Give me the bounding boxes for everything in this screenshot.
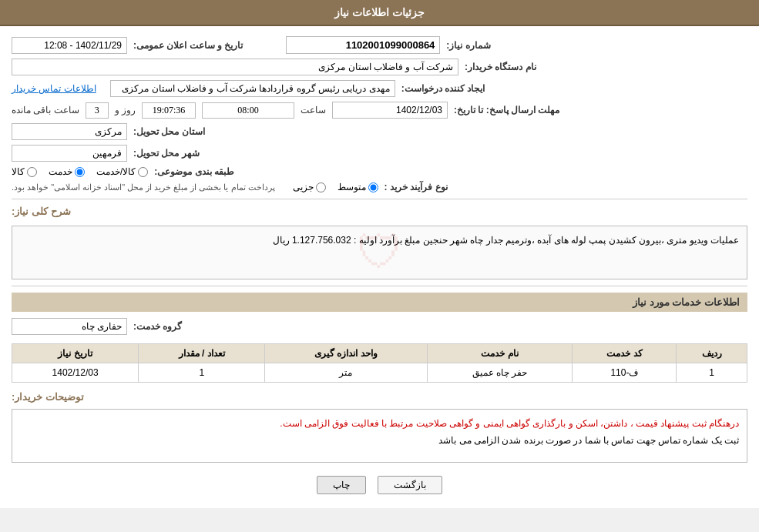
link-temasMashridar[interactable]: اطلاعات تماس خریدار (12, 83, 96, 94)
row-shomareNiaz: شماره نیاز: 1102001099000864 تاریخ و ساع… (12, 34, 747, 56)
label-tabebandi: طبقه بندی موضوعی: (154, 166, 234, 177)
label-tarikAelan: تاریخ و ساعت اعلان عمومی: (133, 40, 243, 51)
radio-tabebandi: کالا/خدمت خدمت کالا (12, 166, 148, 177)
value-namDastgah: شرکت آب و فاضلاب استان مرکزی (12, 59, 458, 75)
radio-label-kala-khadamat: کالا/خدمت (96, 166, 136, 177)
th-vahedAndaze: واحد اندازه گیری (265, 344, 427, 363)
label-ijadKonande: ایجاد کننده درخواست: (401, 83, 485, 94)
notes-text-red: درهنگام ثبت پیشنهاد قیمت ، داشتن، اسکن و… (280, 418, 739, 429)
label-saat: ساعت (301, 105, 326, 115)
radio-jozi: جزیی (293, 182, 326, 192)
radio-input-kala-khadamat[interactable] (138, 167, 148, 177)
row-namDastgah: نام دستگاه خریدار: شرکت آب و فاضلاب استا… (12, 56, 747, 78)
label-nowFarayand: نوع فرآیند خرید : (385, 182, 448, 192)
description-farayand: پرداخت تمام یا بخشی از مبلغ خرید از محل … (12, 182, 275, 192)
label-shahr: شهر محل تحویل: (133, 148, 200, 159)
label-roz: روز و (115, 105, 136, 115)
radio-label-khadamat: خدمت (49, 166, 72, 177)
value-shomareNiaz: 1102001099000864 (286, 36, 440, 54)
radio-kala-khadamat: کالا/خدمت (96, 166, 148, 177)
radio-input-motavasset[interactable] (368, 182, 378, 192)
notes-box: درهنگام ثبت پیشنهاد قیمت ، داشتن، اسکن و… (12, 409, 747, 463)
th-tedadMegdar: تعداد / مقدار (139, 344, 265, 363)
row-shahr: شهر محل تحویل: فرمهین (12, 142, 747, 164)
description-box-sharh: 🛡 عملیات ویدیو متری ،بیرون کشیدن پمپ لول… (12, 226, 747, 279)
radio-label-jozi: جزیی (293, 182, 314, 192)
countdown-time: 19:07:36 (142, 102, 196, 119)
label-sharhKolli: شرح کلی نیاز: (12, 206, 71, 217)
td-tarikNiaz: 1402/12/03 (12, 363, 139, 383)
th-radif: ردیف (677, 344, 747, 363)
divider-1 (12, 199, 747, 199)
row-gorohKhadamat: گروه خدمت: حفاری چاه (12, 316, 747, 337)
label-towzih: توضیحات خریدار: (12, 391, 84, 403)
td-kodKhadamat: ف-110 (573, 363, 677, 383)
value-mohlat-saat: 08:00 (202, 102, 294, 119)
radio-input-kala[interactable] (27, 167, 37, 177)
table-row: 1ف-110حفر چاه عمیقمتر11402/12/03 (12, 363, 747, 383)
th-tarikNiaz: تاریخ نیاز (12, 344, 139, 363)
radio-input-jozi[interactable] (316, 182, 326, 192)
radio-kala: کالا (12, 166, 37, 177)
khadamat-title-text: اطلاعات خدمات مورد نیاز (633, 296, 740, 308)
row-nowFarayand: نوع فرآیند خرید : متوسط جزیی پرداخت تمام… (12, 179, 747, 195)
row-ijadKonande: ایجاد کننده درخواست: مهدی دریایی رئیس گر… (12, 78, 747, 99)
value-ostan: مرکزی (12, 123, 127, 140)
th-namKhadamat: نام خدمت (427, 344, 573, 363)
label-gorohKhadamat: گروه خدمت: (133, 321, 182, 332)
value-roz: 3 (86, 102, 109, 119)
value-tarikAelan: 1402/11/29 - 12:08 (12, 37, 127, 54)
row-mohlat: مهلت ارسال پاسخ: تا تاریخ: 1402/12/03 سا… (12, 99, 747, 121)
radio-input-khadamat[interactable] (75, 167, 85, 177)
value-gorohKhadamat: حفاری چاه (12, 318, 127, 335)
text-sharhKolli: عملیات ویدیو متری ،بیرون کشیدن پمپ لوله … (273, 235, 739, 246)
radio-label-kala: کالا (12, 166, 25, 177)
label-baqiMande: ساعت باقی مانده (12, 105, 79, 115)
radio-motavasset: متوسط (338, 182, 378, 192)
th-kodKhadamat: کد خدمت (573, 344, 677, 363)
radio-khadamat: خدمت (49, 166, 85, 177)
btn-bazgasht[interactable]: بازگشت (378, 476, 442, 494)
section-khadamat-title: اطلاعات خدمات مورد نیاز (12, 293, 747, 312)
row-sharhKolli-title: شرح کلی نیاز: (12, 203, 747, 219)
td-vahedAndaze: متر (265, 363, 427, 383)
label-ostan: استان محل تحویل: (133, 126, 205, 137)
watermark-logo: 🛡 (357, 211, 403, 294)
row-towzih-title: توضیحات خریدار: (12, 389, 747, 405)
value-shahr: فرمهین (12, 145, 127, 162)
label-shomareNiaz: شماره نیاز: (446, 40, 490, 51)
divider-2 (12, 286, 747, 286)
button-row: بازگشت چاپ (12, 467, 747, 500)
td-tedadMegdar: 1 (139, 363, 265, 383)
row-tabebandi: طبقه بندی موضوعی: کالا/خدمت خدمت کالا (12, 164, 747, 179)
header-title: جزئیات اطلاعات نیاز (334, 6, 425, 18)
value-mohlat-date: 1402/12/03 (332, 102, 448, 119)
label-namDastgah: نام دستگاه خریدار: (465, 62, 536, 72)
label-mohlat: مهلت ارسال پاسخ: تا تاریخ: (454, 105, 559, 115)
td-radif: 1 (677, 363, 747, 383)
td-namKhadamat: حفر چاه عمیق (427, 363, 573, 383)
btn-chap[interactable]: چاپ (317, 476, 366, 494)
row-ostan: استان محل تحویل: مرکزی (12, 121, 747, 142)
services-table: ردیف کد خدمت نام خدمت واحد اندازه گیری ت… (12, 343, 747, 383)
page-header: جزئیات اطلاعات نیاز (0, 0, 759, 26)
main-container: جزئیات اطلاعات نیاز شماره نیاز: 11020010… (0, 0, 759, 508)
radio-label-motavasset: متوسط (338, 182, 366, 192)
content-area: شماره نیاز: 1102001099000864 تاریخ و ساع… (0, 26, 759, 508)
radio-farayand: متوسط جزیی (293, 182, 378, 192)
value-ijadKonande: مهدی دریایی رئیس گروه قراردادها شرکت آب … (110, 80, 395, 97)
notes-text-2: ثبت یک شماره تماس جهت تماس با شما در صور… (20, 433, 739, 450)
notes-text-1: درهنگام ثبت پیشنهاد قیمت ، داشتن، اسکن و… (20, 416, 739, 433)
